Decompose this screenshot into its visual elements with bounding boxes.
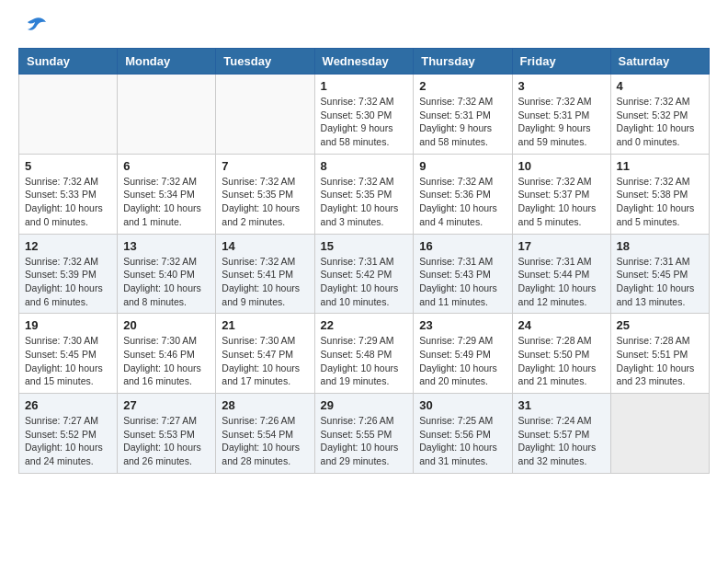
day-number: 10 (518, 159, 605, 173)
day-number: 1 (321, 79, 408, 93)
day-number: 23 (419, 318, 506, 332)
day-number: 12 (25, 239, 111, 253)
sunrise-text: Sunrise: 7:32 AM (617, 95, 703, 109)
day-number: 6 (123, 159, 210, 173)
daylight-text: Daylight: 10 hours and 17 minutes. (222, 362, 308, 388)
sunrise-text: Sunrise: 7:32 AM (518, 175, 605, 189)
day-number: 31 (518, 398, 605, 412)
daylight-text: Daylight: 10 hours and 12 minutes. (518, 282, 605, 308)
sunrise-text: Sunrise: 7:31 AM (617, 255, 703, 269)
sunrise-text: Sunrise: 7:32 AM (123, 175, 210, 189)
day-number: 20 (123, 318, 210, 332)
sunset-text: Sunset: 5:31 PM (419, 109, 506, 122)
calendar-week-row: 1Sunrise: 7:32 AMSunset: 5:30 PMDaylight… (19, 75, 710, 155)
sunrise-text: Sunrise: 7:32 AM (617, 175, 703, 189)
sunset-text: Sunset: 5:34 PM (123, 188, 210, 201)
calendar-day-cell: 3Sunrise: 7:32 AMSunset: 5:31 PMDaylight… (512, 75, 610, 155)
calendar-day-cell (216, 75, 314, 155)
day-number: 4 (617, 79, 703, 93)
daylight-text: Daylight: 10 hours and 23 minutes. (617, 362, 703, 388)
sunrise-text: Sunrise: 7:32 AM (419, 95, 506, 109)
day-number: 25 (617, 318, 703, 332)
sunset-text: Sunset: 5:32 PM (617, 109, 703, 122)
sunset-text: Sunset: 5:52 PM (25, 428, 111, 442)
sunrise-text: Sunrise: 7:29 AM (419, 334, 506, 348)
calendar-day-cell (118, 75, 216, 155)
column-header-tuesday: Tuesday (216, 49, 314, 75)
calendar-day-cell: 2Sunrise: 7:32 AMSunset: 5:31 PMDaylight… (414, 75, 512, 155)
calendar-day-cell: 23Sunrise: 7:29 AMSunset: 5:49 PMDayligh… (414, 314, 512, 394)
sunrise-text: Sunrise: 7:30 AM (25, 334, 111, 348)
sunrise-text: Sunrise: 7:32 AM (518, 95, 605, 109)
daylight-text: Daylight: 9 hours and 59 minutes. (518, 121, 605, 148)
sunset-text: Sunset: 5:48 PM (321, 348, 408, 362)
daylight-text: Daylight: 10 hours and 3 minutes. (321, 201, 408, 228)
sunset-text: Sunset: 5:36 PM (419, 188, 506, 201)
column-header-monday: Monday (118, 49, 216, 75)
sunset-text: Sunset: 5:53 PM (123, 428, 210, 442)
calendar-day-cell: 17Sunrise: 7:31 AMSunset: 5:44 PMDayligh… (512, 234, 610, 314)
logo-bird-icon (22, 13, 48, 39)
day-number: 22 (321, 318, 408, 332)
day-number: 27 (123, 398, 210, 412)
daylight-text: Daylight: 10 hours and 32 minutes. (518, 441, 605, 467)
sunrise-text: Sunrise: 7:28 AM (617, 334, 703, 348)
logo (18, 18, 48, 39)
calendar-day-cell: 9Sunrise: 7:32 AMSunset: 5:36 PMDaylight… (414, 154, 512, 234)
calendar-week-row: 5Sunrise: 7:32 AMSunset: 5:33 PMDaylight… (19, 154, 710, 234)
day-number: 14 (222, 239, 308, 253)
calendar-day-cell (610, 394, 709, 474)
sunset-text: Sunset: 5:31 PM (518, 109, 605, 122)
calendar-day-cell: 22Sunrise: 7:29 AMSunset: 5:48 PMDayligh… (314, 314, 414, 394)
calendar-day-cell: 18Sunrise: 7:31 AMSunset: 5:45 PMDayligh… (610, 234, 709, 314)
calendar-day-cell: 8Sunrise: 7:32 AMSunset: 5:35 PMDaylight… (314, 154, 414, 234)
page-header (18, 18, 710, 39)
sunset-text: Sunset: 5:39 PM (25, 268, 111, 282)
calendar-day-cell: 21Sunrise: 7:30 AMSunset: 5:47 PMDayligh… (216, 314, 314, 394)
daylight-text: Daylight: 10 hours and 8 minutes. (123, 282, 210, 308)
daylight-text: Daylight: 10 hours and 15 minutes. (25, 362, 111, 388)
daylight-text: Daylight: 10 hours and 28 minutes. (222, 441, 308, 467)
sunset-text: Sunset: 5:50 PM (518, 348, 605, 362)
sunset-text: Sunset: 5:51 PM (617, 348, 703, 362)
calendar-day-cell: 7Sunrise: 7:32 AMSunset: 5:35 PMDaylight… (216, 154, 314, 234)
sunrise-text: Sunrise: 7:27 AM (123, 414, 210, 428)
calendar-day-cell: 27Sunrise: 7:27 AMSunset: 5:53 PMDayligh… (118, 394, 216, 474)
calendar-day-cell (19, 75, 118, 155)
sunrise-text: Sunrise: 7:32 AM (419, 175, 506, 189)
calendar-day-cell: 12Sunrise: 7:32 AMSunset: 5:39 PMDayligh… (19, 234, 118, 314)
day-number: 11 (617, 159, 703, 173)
calendar-day-cell: 31Sunrise: 7:24 AMSunset: 5:57 PMDayligh… (512, 394, 610, 474)
column-header-sunday: Sunday (19, 49, 118, 75)
calendar-day-cell: 30Sunrise: 7:25 AMSunset: 5:56 PMDayligh… (414, 394, 512, 474)
day-number: 3 (518, 79, 605, 93)
day-number: 28 (222, 398, 308, 412)
day-number: 21 (222, 318, 308, 332)
column-header-friday: Friday (512, 49, 610, 75)
calendar-day-cell: 26Sunrise: 7:27 AMSunset: 5:52 PMDayligh… (19, 394, 118, 474)
day-number: 5 (25, 159, 111, 173)
sunrise-text: Sunrise: 7:31 AM (321, 255, 408, 269)
daylight-text: Daylight: 10 hours and 10 minutes. (321, 282, 408, 308)
daylight-text: Daylight: 10 hours and 13 minutes. (617, 282, 703, 308)
column-header-saturday: Saturday (610, 49, 709, 75)
daylight-text: Daylight: 10 hours and 20 minutes. (419, 362, 506, 388)
day-number: 30 (419, 398, 506, 412)
day-number: 16 (419, 239, 506, 253)
sunset-text: Sunset: 5:43 PM (419, 268, 506, 282)
day-number: 17 (518, 239, 605, 253)
sunset-text: Sunset: 5:30 PM (321, 109, 408, 122)
sunrise-text: Sunrise: 7:24 AM (518, 414, 605, 428)
calendar-day-cell: 29Sunrise: 7:26 AMSunset: 5:55 PMDayligh… (314, 394, 414, 474)
column-header-thursday: Thursday (414, 49, 512, 75)
sunrise-text: Sunrise: 7:32 AM (25, 255, 111, 269)
day-number: 24 (518, 318, 605, 332)
sunrise-text: Sunrise: 7:30 AM (222, 334, 308, 348)
daylight-text: Daylight: 10 hours and 26 minutes. (123, 441, 210, 467)
day-number: 19 (25, 318, 111, 332)
daylight-text: Daylight: 10 hours and 21 minutes. (518, 362, 605, 388)
sunrise-text: Sunrise: 7:32 AM (25, 175, 111, 189)
calendar-day-cell: 11Sunrise: 7:32 AMSunset: 5:38 PMDayligh… (610, 154, 709, 234)
sunrise-text: Sunrise: 7:32 AM (321, 95, 408, 109)
sunset-text: Sunset: 5:42 PM (321, 268, 408, 282)
